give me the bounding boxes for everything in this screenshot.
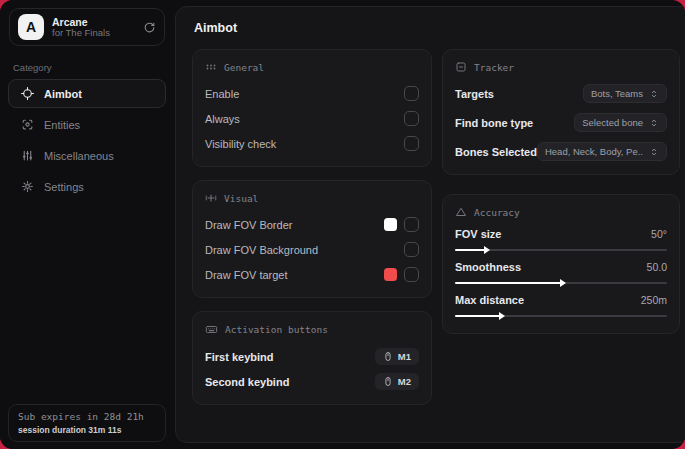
- setting-label: Targets: [455, 88, 494, 100]
- session-duration-text: session duration 31m 11s: [18, 425, 156, 435]
- setting-row-visibility-check: Visibility check: [205, 133, 419, 154]
- setting-row-fov-size: FOV size 50°: [455, 228, 667, 251]
- setting-label: Max distance: [455, 294, 524, 306]
- sliders-icon: [21, 149, 34, 162]
- setting-row-draw-fov-border: Draw FOV Border: [205, 214, 419, 235]
- sync-icon[interactable]: [143, 21, 156, 34]
- card-activation-buttons: Activation buttons First keybind M1: [192, 311, 432, 405]
- crosshair-icon: [21, 87, 34, 100]
- frame-minus-icon: [455, 61, 467, 73]
- sidebar-item-miscellaneous[interactable]: Miscellaneous: [8, 141, 166, 170]
- select-value: Bots, Teams: [591, 88, 643, 99]
- setting-label: Smoothness: [455, 261, 521, 273]
- setting-row-always: Always: [205, 108, 419, 129]
- sidebar-item-label: Entities: [44, 119, 80, 131]
- setting-row-draw-fov-background: Draw FOV Background: [205, 239, 419, 260]
- card-title: Activation buttons: [225, 324, 328, 335]
- setting-label: First keybind: [205, 351, 273, 363]
- chevrons-up-down-icon: [649, 147, 659, 157]
- grid-dots-icon: [205, 61, 217, 73]
- setting-row-enable: Enable: [205, 83, 419, 104]
- draw-fov-background-checkbox[interactable]: [404, 242, 419, 257]
- keyboard-icon: [205, 323, 218, 336]
- setting-row-smoothness: Smoothness 50.0: [455, 261, 667, 284]
- fov-size-slider[interactable]: [455, 249, 667, 251]
- mouse-icon: [383, 351, 393, 362]
- setting-label: Draw FOV target: [205, 269, 288, 281]
- second-keybind-button[interactable]: M2: [375, 373, 419, 390]
- setting-label: Bones Selected: [455, 146, 537, 158]
- slider-fill: [455, 249, 485, 251]
- page-title: Aimbot: [194, 21, 680, 35]
- slider-value: 250m: [641, 294, 667, 306]
- setting-row-first-keybind: First keybind M1: [205, 346, 419, 367]
- card-tracker: Tracker Targets Bots, Teams: [442, 49, 680, 175]
- sidebar-item-aimbot[interactable]: Aimbot: [8, 79, 166, 108]
- enable-checkbox[interactable]: [404, 86, 419, 101]
- draw-fov-target-checkbox[interactable]: [404, 267, 419, 282]
- app-window: A Arcane for The Finals Category Aimbot: [0, 0, 685, 449]
- sidebar: A Arcane for The Finals Category Aimbot: [0, 0, 174, 449]
- visibility-check-checkbox[interactable]: [404, 136, 419, 151]
- sidebar-nav: Aimbot Entities: [0, 79, 174, 201]
- card-accuracy: Accuracy FOV size 50° Smoothness: [442, 194, 680, 334]
- setting-row-bones-selected: Bones Selected Head, Neck, Body, Pe..: [455, 141, 667, 162]
- main-panel: Aimbot General: [175, 6, 685, 443]
- fov-border-color-swatch[interactable]: [384, 218, 397, 231]
- fov-target-color-swatch[interactable]: [384, 268, 397, 281]
- card-visual: Visual Draw FOV Border Draw FOV Backgrou…: [192, 180, 432, 298]
- triangle-icon: [455, 206, 467, 218]
- setting-label: Always: [205, 113, 240, 125]
- setting-label: Draw FOV Background: [205, 244, 318, 256]
- setting-row-targets: Targets Bots, Teams: [455, 83, 667, 104]
- sidebar-item-settings[interactable]: Settings: [8, 172, 166, 201]
- select-value: Head, Neck, Body, Pe..: [545, 146, 643, 157]
- sidebar-item-label: Miscellaneous: [44, 150, 114, 162]
- sidebar-item-entities[interactable]: Entities: [8, 110, 166, 139]
- gear-icon: [21, 180, 34, 193]
- sidebar-item-label: Aimbot: [44, 88, 82, 100]
- bones-selected-select[interactable]: Head, Neck, Body, Pe..: [537, 142, 667, 161]
- brand-name: Arcane: [52, 16, 135, 28]
- first-keybind-button[interactable]: M1: [375, 348, 419, 365]
- card-general: General Enable Always Visibility check: [192, 49, 432, 167]
- find-bone-type-select[interactable]: Selected bone: [574, 113, 667, 132]
- card-title: General: [224, 62, 264, 73]
- setting-row-max-distance: Max distance 250m: [455, 294, 667, 317]
- brand-card: A Arcane for The Finals: [9, 8, 165, 46]
- mouse-icon: [383, 376, 393, 387]
- setting-row-second-keybind: Second keybind M2: [205, 371, 419, 392]
- setting-label: Enable: [205, 88, 239, 100]
- card-title: Visual: [224, 193, 258, 204]
- keybind-value: M1: [398, 351, 411, 362]
- draw-fov-border-checkbox[interactable]: [404, 217, 419, 232]
- card-title: Accuracy: [474, 207, 520, 218]
- smoothness-slider[interactable]: [455, 282, 667, 284]
- keybind-value: M2: [398, 376, 411, 387]
- chevrons-up-down-icon: [649, 118, 659, 128]
- always-checkbox[interactable]: [404, 111, 419, 126]
- select-value: Selected bone: [582, 117, 643, 128]
- brand-subtitle: for The Finals: [52, 28, 135, 39]
- slider-value: 50.0: [647, 261, 667, 273]
- setting-label: Visibility check: [205, 138, 276, 150]
- setting-label: Second keybind: [205, 376, 289, 388]
- category-label: Category: [13, 62, 174, 73]
- brand-text: Arcane for The Finals: [52, 16, 135, 39]
- max-distance-slider[interactable]: [455, 315, 667, 317]
- targets-select[interactable]: Bots, Teams: [583, 84, 667, 103]
- setting-row-find-bone-type: Find bone type Selected bone: [455, 112, 667, 133]
- setting-label: FOV size: [455, 228, 501, 240]
- scan-target-icon: [21, 118, 34, 131]
- slider-fill: [455, 282, 561, 284]
- brand-logo: A: [18, 14, 44, 40]
- setting-label: Find bone type: [455, 117, 533, 129]
- crosshair-dot-icon: [205, 192, 217, 204]
- slider-fill: [455, 315, 500, 317]
- setting-row-draw-fov-target: Draw FOV target: [205, 264, 419, 285]
- subscription-status-card: Sub expires in 28d 21h session duration …: [8, 404, 166, 442]
- slider-value: 50°: [651, 228, 667, 240]
- page-backdrop: { "theme": { "backdrop_color": "#c62043"…: [0, 0, 685, 449]
- sub-expiry-text: Sub expires in 28d 21h: [18, 411, 156, 422]
- setting-label: Draw FOV Border: [205, 219, 292, 231]
